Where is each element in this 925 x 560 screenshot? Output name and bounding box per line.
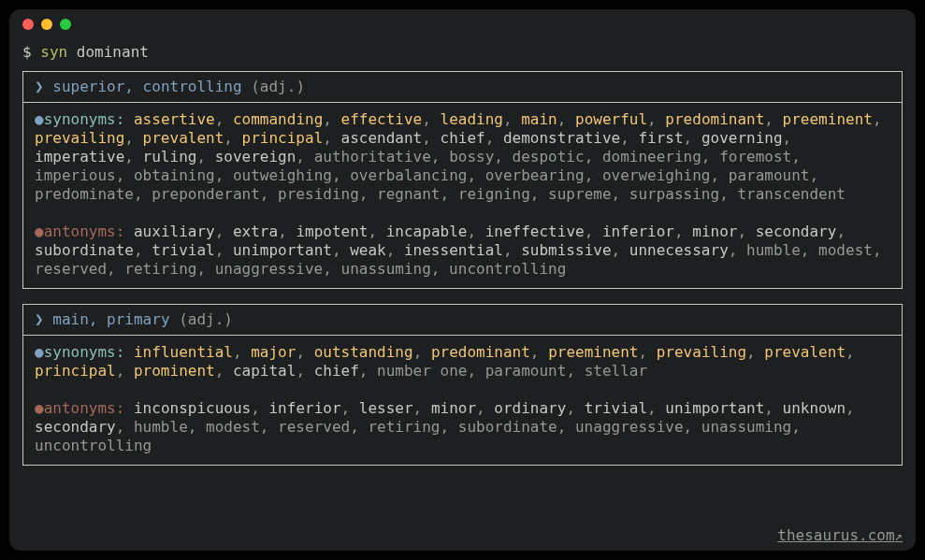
word: overbearing	[485, 166, 585, 184]
word: principal	[242, 129, 324, 147]
close-icon[interactable]	[22, 19, 34, 30]
antonyms-label: antonyms:	[44, 399, 125, 417]
separator: ,	[323, 129, 340, 147]
word: leading	[441, 110, 503, 128]
chevron-right-icon: ❯	[35, 78, 44, 95]
separator: ,	[188, 418, 206, 436]
separator: ,	[215, 223, 233, 240]
word: main	[521, 110, 557, 128]
word: trivial	[585, 399, 647, 417]
chevron-right-icon: ❯	[35, 310, 44, 328]
word: weak	[350, 241, 386, 259]
separator: ,	[620, 129, 638, 147]
word: predominant	[431, 343, 530, 361]
word: lesser	[359, 399, 413, 417]
word: overbalancing	[350, 166, 467, 184]
word: unimportant	[665, 399, 764, 417]
word: sovereign	[215, 148, 296, 165]
separator: ,	[260, 418, 278, 436]
separator: ,	[701, 148, 719, 165]
antonyms-list: ●antonyms: auxiliary, extra, impotent, i…	[35, 223, 890, 279]
word: capital	[233, 362, 296, 380]
word: prevalent	[143, 129, 224, 147]
word: imperative	[35, 148, 124, 165]
sense-header: ❯ main, primary (adj.)	[23, 305, 902, 336]
part-of-speech: (adj.)	[179, 310, 233, 328]
word: domineering	[602, 148, 701, 165]
word: incapable	[386, 223, 468, 240]
separator: ,	[585, 223, 602, 240]
sense-title: main, primary	[52, 310, 169, 328]
separator: ,	[196, 148, 214, 165]
separator: ,	[467, 166, 484, 184]
synonyms-list: ●synonyms: assertive, commanding, effect…	[35, 110, 890, 204]
separator: ,	[386, 241, 404, 259]
separator: ,	[413, 343, 431, 361]
word: retiring	[124, 260, 196, 278]
word: prominent	[134, 362, 215, 380]
word: reserved	[35, 260, 107, 278]
separator: ,	[873, 241, 882, 259]
word: reigning	[458, 185, 530, 203]
word: chief	[314, 362, 359, 380]
separator: ,	[431, 148, 449, 165]
word: subordinate	[458, 418, 557, 436]
separator: ,	[530, 343, 548, 361]
word: paramount	[729, 166, 810, 184]
separator: ,	[251, 399, 268, 417]
separator: ,	[557, 110, 575, 128]
separator: ,	[260, 185, 278, 203]
part-of-speech: (adj.)	[251, 78, 305, 95]
separator: ,	[359, 362, 377, 380]
word: preeminent	[783, 110, 873, 128]
word: subordinate	[35, 241, 134, 259]
word: retiring	[368, 418, 440, 436]
separator: ,	[116, 166, 134, 184]
word: surpassing	[629, 185, 719, 203]
separator: ,	[612, 241, 629, 259]
separator: ,	[530, 185, 548, 203]
separator: ,	[116, 362, 134, 380]
word: regnant	[377, 185, 440, 203]
separator: ,	[134, 185, 152, 203]
command-name: syn	[40, 43, 67, 61]
prompt-line: $ syn dominant	[22, 43, 903, 62]
separator: ,	[612, 185, 629, 203]
word: despotic	[513, 148, 585, 165]
word: uncontrolling	[35, 437, 152, 454]
command-argument: dominant	[77, 43, 149, 61]
word: impotent	[296, 223, 368, 240]
word: prevailing	[35, 129, 124, 147]
sense-block: ❯ main, primary (adj.)●synonyms: influen…	[22, 304, 903, 466]
separator: ,	[215, 241, 233, 259]
separator: ,	[296, 343, 313, 361]
word: inferior	[602, 223, 674, 240]
word: unnecessary	[629, 241, 729, 259]
separator: ,	[647, 110, 665, 128]
word: predominate	[35, 185, 134, 203]
prompt-symbol: $	[22, 43, 32, 61]
separator: ,	[215, 166, 233, 184]
word: minor	[431, 399, 476, 417]
separator: ,	[413, 399, 431, 417]
separator: ,	[836, 223, 846, 240]
minimize-icon[interactable]	[41, 19, 52, 30]
separator: ,	[476, 399, 494, 417]
word: unassuming	[341, 260, 431, 278]
word: outweighing	[233, 166, 332, 184]
word: unaggressive	[575, 418, 684, 436]
word: effective	[341, 110, 423, 128]
zoom-icon[interactable]	[60, 19, 71, 30]
separator: ,	[467, 223, 484, 240]
bullet-icon: ●	[35, 110, 44, 128]
separator: ,	[332, 241, 350, 259]
word: unknown	[783, 399, 846, 417]
word: stellar	[585, 362, 647, 380]
word: extra	[233, 223, 278, 240]
separator: ,	[296, 148, 313, 165]
word: first	[638, 129, 683, 147]
word: secondary	[756, 223, 837, 240]
word: overweighing	[602, 166, 711, 184]
source-link[interactable]: thesaurus.com↗	[777, 526, 903, 545]
word: presiding	[278, 185, 359, 203]
